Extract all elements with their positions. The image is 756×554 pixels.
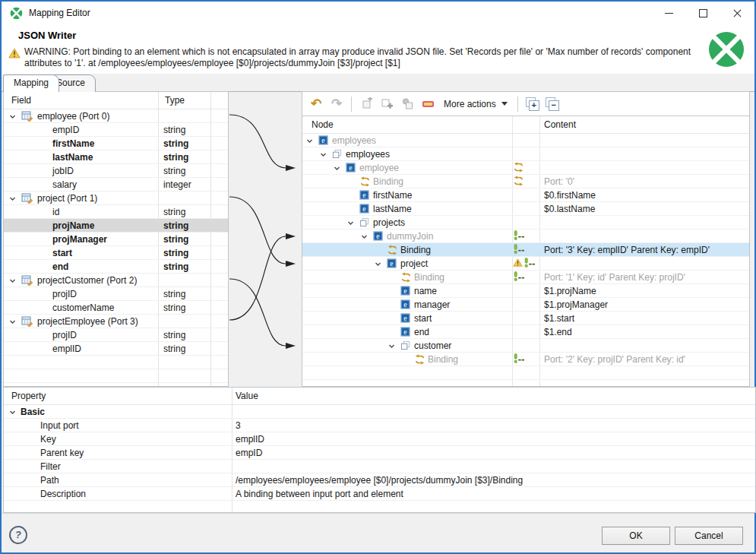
- field-table-row[interactable]: idstring: [4, 205, 228, 219]
- field-type: string: [163, 138, 188, 149]
- remove-icon[interactable]: [420, 97, 435, 112]
- field-name: projID: [52, 330, 77, 340]
- node-status-cell: [513, 244, 539, 254]
- property-value[interactable]: empID: [236, 448, 262, 458]
- field-table-port-row[interactable]: project (Port 1): [4, 192, 228, 205]
- field-table-row[interactable]: emplIDstring: [4, 342, 228, 356]
- node-status-cell: [513, 176, 539, 186]
- property-value[interactable]: emplID: [236, 434, 264, 445]
- help-icon[interactable]: ?: [8, 524, 28, 545]
- tree-row[interactable]: edummyJoin: [302, 230, 749, 243]
- field-type: string: [163, 207, 185, 217]
- more-actions-button[interactable]: More actions: [441, 97, 511, 111]
- field-table-row[interactable]: lastNamestring: [4, 150, 228, 164]
- cancel-button[interactable]: Cancel: [675, 527, 743, 545]
- field-table-header: Field Type: [4, 92, 228, 109]
- tree-row[interactable]: projects: [302, 216, 749, 230]
- field-table-row[interactable]: customerNamestring: [4, 301, 228, 315]
- field-type: integer: [163, 179, 191, 190]
- tree-row[interactable]: BindingPort: '2' Key: projID' Parent Key…: [302, 353, 749, 366]
- key-icon: [524, 258, 536, 268]
- close-icon[interactable]: [720, 2, 754, 24]
- field-name: projectEmployee (Port 3): [37, 316, 138, 327]
- svg-text:e: e: [390, 259, 393, 268]
- element-icon: e: [400, 313, 410, 323]
- property-row[interactable]: Basic: [4, 405, 755, 419]
- key-icon: [513, 353, 525, 363]
- tree-row[interactable]: BindingPort: '1' Key: id' Parent Key: pr…: [302, 271, 749, 284]
- node-label: dummyJoin: [387, 231, 433, 242]
- warning-icon: [513, 258, 523, 267]
- chevron-down-icon: [501, 102, 508, 106]
- collapse-all-icon[interactable]: −: [545, 97, 559, 111]
- property-row[interactable]: DescriptionA binding between input port …: [4, 487, 755, 501]
- tree-table-header: Node Content: [302, 116, 749, 134]
- property-row[interactable]: Path/employees/employees/employee [$0]/p…: [4, 473, 755, 487]
- object-icon: [400, 340, 410, 350]
- field-type: string: [163, 343, 185, 354]
- column-node: Node: [312, 119, 334, 130]
- field-table-row[interactable]: jobIDstring: [4, 164, 228, 178]
- property-value[interactable]: A binding between input port and element: [236, 489, 403, 499]
- undo-icon[interactable]: ↶: [308, 97, 324, 112]
- dialog-header: JSON Writer WARNING: Port binding to an …: [2, 24, 754, 74]
- tree-row[interactable]: elastName$0.lastName: [302, 202, 749, 216]
- field-table-row[interactable]: empIDstring: [4, 123, 228, 137]
- field-table-row[interactable]: salaryinteger: [4, 178, 228, 192]
- tree-row[interactable]: efirstName$0.firstName: [302, 188, 749, 202]
- add-child-element-icon[interactable]: [359, 97, 374, 112]
- maximize-icon[interactable]: [686, 2, 720, 24]
- property-label: Description: [40, 489, 86, 499]
- field-table-port-row[interactable]: projectEmployee (Port 3): [4, 315, 228, 328]
- field-table-row[interactable]: projIDstring: [4, 328, 228, 342]
- field-table-row[interactable]: endstring: [4, 260, 228, 274]
- field-table-row[interactable]: projIDstring: [4, 287, 228, 301]
- tree-row[interactable]: eemployee: [302, 161, 749, 175]
- property-table-header: Property Value: [4, 388, 755, 405]
- field-table-row[interactable]: startstring: [4, 246, 228, 260]
- node-status-cell: [513, 230, 539, 240]
- tree-row[interactable]: emanager$1.projManager: [302, 298, 749, 312]
- node-content: Port: '0': [544, 176, 574, 187]
- field-type: string: [163, 220, 188, 231]
- redo-icon[interactable]: ↷: [329, 97, 344, 112]
- tree-row[interactable]: BindingPort: '3' Key: emplID' Parent Key…: [302, 243, 749, 257]
- property-row[interactable]: Parent keyempID: [4, 446, 755, 460]
- field-table-row[interactable]: projNamestring: [4, 219, 228, 233]
- tree-row[interactable]: estart$1.start: [302, 312, 749, 325]
- expand-all-icon[interactable]: +: [525, 97, 539, 111]
- key-icon: [513, 271, 525, 281]
- tree-row[interactable]: BindingPort: '0': [302, 175, 749, 188]
- node-label: employees: [332, 135, 376, 146]
- element-icon: e: [400, 327, 410, 337]
- property-row[interactable]: Input port3: [4, 419, 755, 432]
- property-row[interactable]: KeyemplID: [4, 432, 755, 446]
- element-wizard-icon[interactable]: [400, 97, 415, 112]
- field-table-row[interactable]: projManagerstring: [4, 233, 228, 246]
- tree-row[interactable]: customer: [302, 339, 749, 353]
- property-value[interactable]: /employees/employees/employee [$0]/proje…: [236, 475, 523, 486]
- toolbar-separator: [517, 97, 518, 112]
- port-icon: [21, 275, 33, 286]
- minimize-icon[interactable]: [652, 2, 686, 24]
- tree-row[interactable]: ename$1.projName: [302, 284, 749, 298]
- field-table-port-row[interactable]: projectCustomer (Port 2): [4, 274, 228, 287]
- field-table-port-row[interactable]: employee (Port 0): [4, 109, 228, 123]
- add-element-icon[interactable]: [379, 97, 394, 112]
- property-row[interactable]: Filter: [4, 460, 755, 473]
- tree-row[interactable]: employees: [302, 147, 749, 161]
- svg-text:e: e: [362, 204, 365, 213]
- field-table-row[interactable]: firstNamestring: [4, 137, 228, 150]
- tree-row[interactable]: eemployees: [302, 134, 749, 147]
- column-content: Content: [544, 119, 576, 130]
- element-icon: e: [400, 286, 410, 296]
- property-empty-row: [4, 501, 755, 513]
- footer-bar: ? OK Cancel: [2, 513, 754, 552]
- field-name: end: [52, 261, 68, 272]
- tree-row[interactable]: eproject: [302, 257, 749, 271]
- ok-button[interactable]: OK: [602, 527, 670, 545]
- property-value[interactable]: 3: [236, 420, 241, 431]
- field-type: string: [163, 248, 188, 258]
- tab-mapping[interactable]: Mapping: [3, 74, 59, 92]
- tree-row[interactable]: eend$1.end: [302, 325, 749, 339]
